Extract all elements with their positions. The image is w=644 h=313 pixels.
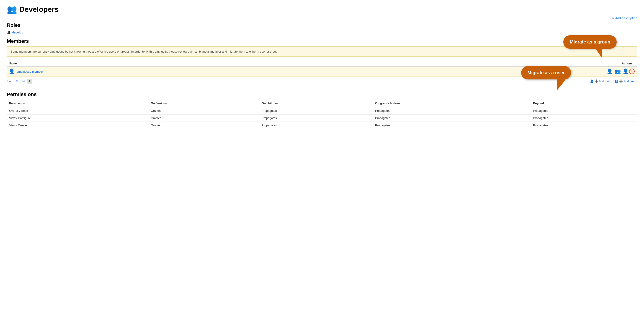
member-name-cell: 👤 ambiguous-member bbox=[7, 67, 345, 76]
table-row: View / CreateGrantedPropagatesPropagates… bbox=[7, 122, 637, 129]
member-actions-cell: 👤 👥 👤🚫 bbox=[345, 67, 637, 76]
icon-size-row: Icon: S M L bbox=[7, 79, 32, 84]
roles-title: Roles bbox=[7, 22, 637, 28]
warning-banner: Some members are currently ambiguous by … bbox=[7, 46, 637, 57]
icon-size-label: Icon: bbox=[7, 80, 13, 83]
perm-col-4: Beyond bbox=[531, 100, 637, 107]
member-icon: 👤 bbox=[9, 68, 15, 74]
role-label: develop bbox=[12, 30, 23, 34]
add-group-icon: 👥 bbox=[614, 79, 618, 83]
col-actions: Actions bbox=[345, 60, 637, 67]
add-description-bar: ✏ Add description bbox=[7, 16, 637, 20]
icon-size-l[interactable]: L bbox=[27, 79, 32, 84]
icon-size-s[interactable]: S bbox=[14, 79, 20, 84]
add-group-label: ➕ Add group bbox=[619, 79, 637, 83]
remove-member-button[interactable]: 👤🚫 bbox=[622, 68, 635, 74]
perm-col-0: Permission bbox=[7, 100, 148, 107]
warning-text: Some members are currently ambiguous by … bbox=[11, 50, 278, 53]
migrate-user-button[interactable]: 👤 bbox=[606, 68, 613, 74]
add-user-label: ➕ Add user bbox=[594, 79, 611, 83]
col-name: Name bbox=[7, 60, 345, 67]
add-user-group-bar: 👤 ➕ Add user 👥 ➕ Add group bbox=[590, 79, 637, 83]
roles-section: Roles 🎩 develop bbox=[7, 22, 637, 34]
permissions-section: Permissions Permission On Jenkins On chi… bbox=[7, 91, 637, 129]
perm-col-2: On children bbox=[259, 100, 373, 107]
table-row: View / ConfigureGrantedPropagatesPropaga… bbox=[7, 114, 637, 122]
perm-col-3: On grandchildren bbox=[373, 100, 531, 107]
table-row: 👤 ambiguous-member 👤 👥 👤🚫 bbox=[7, 67, 637, 76]
add-user-icon: 👤 bbox=[590, 79, 594, 83]
members-title: Members bbox=[7, 38, 637, 44]
member-link[interactable]: ambiguous-member bbox=[17, 70, 43, 73]
group-icon: 👥 bbox=[7, 4, 17, 14]
icon-size-m[interactable]: M bbox=[21, 79, 26, 84]
permissions-title: Permissions bbox=[7, 91, 637, 97]
table-row: Overall / ReadGrantedPropagatesPropagate… bbox=[7, 107, 637, 114]
page-header: 👥 Developers bbox=[7, 4, 637, 14]
add-group-link[interactable]: 👥 ➕ Add group bbox=[614, 79, 637, 83]
migrate-group-button[interactable]: 👥 bbox=[614, 68, 621, 74]
members-section: Members Some members are currently ambig… bbox=[7, 38, 637, 87]
perm-col-1: On Jenkins bbox=[148, 100, 259, 107]
permissions-table: Permission On Jenkins On children On gra… bbox=[7, 100, 637, 129]
members-table: Name Actions 👤 ambiguous-member 👤 bbox=[7, 60, 637, 76]
role-develop-link[interactable]: 🎩 develop bbox=[7, 30, 23, 34]
add-user-link[interactable]: 👤 ➕ Add user bbox=[590, 79, 611, 83]
role-icon: 🎩 bbox=[7, 30, 11, 34]
add-description-link[interactable]: ✏ Add description bbox=[612, 16, 637, 20]
page-title: Developers bbox=[19, 5, 59, 14]
